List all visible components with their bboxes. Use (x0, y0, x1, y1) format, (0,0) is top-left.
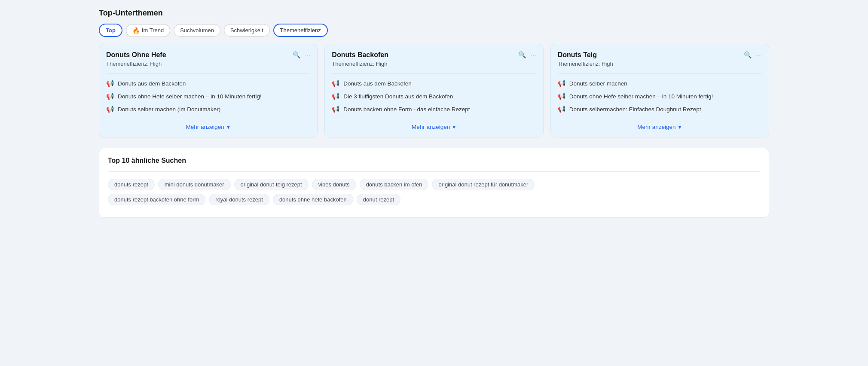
filter-suchvolumen[interactable]: Suchvolumen (174, 24, 220, 37)
chevron-down-icon-1: ▼ (226, 125, 231, 130)
card-header-2: Donuts Backofen 🔍 ··· (332, 51, 536, 59)
similar-divider (108, 171, 760, 172)
card-items-3: 📢 Donuts selber machen 📢 Donuts ohne Hef… (558, 79, 762, 113)
card-icons-1: 🔍 ··· (293, 51, 311, 59)
list-item: 📢 Donuts selber machen (558, 79, 762, 87)
megaphone-icon: 📢 (332, 79, 340, 87)
list-item: 📢 Donuts selbermachen: Einfaches Doughnu… (558, 105, 762, 113)
tag-donuts-backen-im-ofen[interactable]: donuts backen im ofen (360, 179, 429, 190)
tag-original-donut-teig[interactable]: original donut-teig rezept (234, 179, 309, 190)
card-donuts-backofen: Donuts Backofen 🔍 ··· Themeneffizienz: H… (324, 44, 543, 137)
filter-top[interactable]: Top (99, 24, 122, 37)
list-item: 📢 Die 3 fluffigsten Donuts aus dem Backo… (332, 92, 536, 100)
list-item: 📢 Donuts ohne Hefe selber machen – in 10… (558, 92, 762, 100)
tag-vibes-donuts[interactable]: vibes donuts (312, 179, 356, 190)
card-item-3-2: Donuts ohne Hefe selber machen – in 10 M… (569, 93, 713, 100)
card-items-2: 📢 Donuts aus dem Backofen 📢 Die 3 fluffi… (332, 79, 536, 113)
card-item-1-3: Donuts selber machen (im Donutmaker) (118, 106, 220, 113)
list-item: 📢 Donuts ohne Hefe selber machen – in 10… (106, 92, 310, 100)
card-header-1: Donuts Ohne Hefe 🔍 ··· (106, 51, 310, 59)
card-item-3-3: Donuts selbermachen: Einfaches Doughnut … (569, 106, 701, 113)
tag-royal-donuts[interactable]: royal donuts rezept (209, 194, 269, 205)
chevron-down-icon-2: ▼ (452, 125, 456, 130)
tag-donuts-backofen-ohne-form[interactable]: donuts rezept backofen ohne form (108, 194, 205, 205)
card-item-2-1: Donuts aus dem Backofen (343, 80, 411, 87)
search-icon-3[interactable]: 🔍 (744, 51, 752, 59)
show-more-1[interactable]: Mehr anzeigen ▼ (106, 120, 310, 130)
show-more-label-1: Mehr anzeigen (186, 124, 224, 130)
search-icon-1[interactable]: 🔍 (293, 51, 301, 59)
card-donuts-teig: Donuts Teig 🔍 ··· Themeneffizienz: High … (550, 44, 769, 137)
card-item-1-2: Donuts ohne Hefe selber machen – in 10 M… (118, 93, 262, 100)
card-efficiency-1: Themeneffizienz: High (106, 61, 310, 67)
card-donuts-ohne-hefe: Donuts Ohne Hefe 🔍 ··· Themeneffizienz: … (99, 44, 318, 137)
card-header-3: Donuts Teig 🔍 ··· (558, 51, 762, 59)
show-more-label-2: Mehr anzeigen (412, 124, 450, 130)
cards-grid: Donuts Ohne Hefe 🔍 ··· Themeneffizienz: … (99, 44, 769, 137)
filter-themeneffizienz-label: Themeneffizienz (280, 27, 321, 34)
filter-themeneffizienz[interactable]: Themeneffizienz (273, 24, 328, 37)
filter-schwierigkeit[interactable]: Schwierigkeit (224, 24, 270, 37)
tag-original-donut-rezept[interactable]: original donut rezept für donutmaker (432, 179, 535, 190)
card-title-2: Donuts Backofen (332, 51, 388, 59)
list-item: 📢 Donuts backen ohne Form - das einfache… (332, 105, 536, 113)
fire-icon: 🔥 (132, 27, 140, 34)
show-more-2[interactable]: Mehr anzeigen ▼ (332, 120, 536, 130)
megaphone-icon: 📢 (106, 105, 114, 113)
filter-im-trend-label: Im Trend (142, 27, 164, 34)
filter-im-trend[interactable]: 🔥 Im Trend (126, 24, 170, 37)
page-container: Top-Unterthemen Top 🔥 Im Trend Suchvolum… (99, 9, 769, 218)
tag-donut-rezept[interactable]: donut rezept (357, 194, 400, 205)
tag-donuts-rezept[interactable]: donuts rezept (108, 179, 155, 190)
section-title: Top-Unterthemen (99, 9, 769, 18)
card-divider-1 (106, 73, 310, 73)
card-item-2-3: Donuts backen ohne Form - das einfache R… (343, 106, 470, 113)
tags-row-2: donuts rezept backofen ohne form royal d… (108, 194, 760, 205)
show-more-label-3: Mehr anzeigen (637, 124, 675, 130)
card-divider-2 (332, 73, 536, 73)
megaphone-icon: 📢 (558, 105, 566, 113)
tag-donuts-ohne-hefe-backofen[interactable]: donuts ohne hefe backofen (273, 194, 353, 205)
chevron-down-icon-3: ▼ (678, 125, 682, 130)
megaphone-icon: 📢 (106, 92, 114, 100)
show-more-3[interactable]: Mehr anzeigen ▼ (558, 120, 762, 130)
card-item-2-2: Die 3 fluffigsten Donuts aus dem Backofe… (343, 93, 453, 100)
similar-searches-section: Top 10 ähnliche Suchen donuts rezept min… (99, 148, 769, 218)
megaphone-icon: 📢 (558, 92, 566, 100)
filter-top-label: Top (106, 27, 116, 34)
card-divider-3 (558, 73, 762, 73)
list-item: 📢 Donuts aus dem Backofen (106, 79, 310, 87)
tags-row-1: donuts rezept mini donuts donutmaker ori… (108, 179, 760, 190)
more-icon-1[interactable]: ··· (305, 52, 311, 59)
megaphone-icon: 📢 (332, 105, 340, 113)
card-item-1-1: Donuts aus dem Backofen (118, 80, 186, 87)
card-title-1: Donuts Ohne Hefe (106, 51, 166, 59)
card-item-3-1: Donuts selber machen (569, 80, 627, 87)
card-title-3: Donuts Teig (558, 51, 597, 59)
megaphone-icon: 📢 (106, 79, 114, 87)
card-efficiency-2: Themeneffizienz: High (332, 61, 536, 67)
card-icons-2: 🔍 ··· (518, 51, 536, 59)
list-item: 📢 Donuts aus dem Backofen (332, 79, 536, 87)
filter-bar: Top 🔥 Im Trend Suchvolumen Schwierigkeit… (99, 24, 769, 37)
filter-schwierigkeit-label: Schwierigkeit (230, 27, 263, 34)
card-efficiency-3: Themeneffizienz: High (558, 61, 762, 67)
card-items-1: 📢 Donuts aus dem Backofen 📢 Donuts ohne … (106, 79, 310, 113)
more-icon-3[interactable]: ··· (756, 52, 762, 59)
megaphone-icon: 📢 (558, 79, 566, 87)
similar-title: Top 10 ähnliche Suchen (108, 157, 760, 165)
more-icon-2[interactable]: ··· (531, 52, 536, 59)
megaphone-icon: 📢 (332, 92, 340, 100)
search-icon-2[interactable]: 🔍 (518, 51, 526, 59)
filter-suchvolumen-label: Suchvolumen (180, 27, 214, 34)
tag-mini-donuts[interactable]: mini donuts donutmaker (158, 179, 231, 190)
list-item: 📢 Donuts selber machen (im Donutmaker) (106, 105, 310, 113)
card-icons-3: 🔍 ··· (744, 51, 762, 59)
